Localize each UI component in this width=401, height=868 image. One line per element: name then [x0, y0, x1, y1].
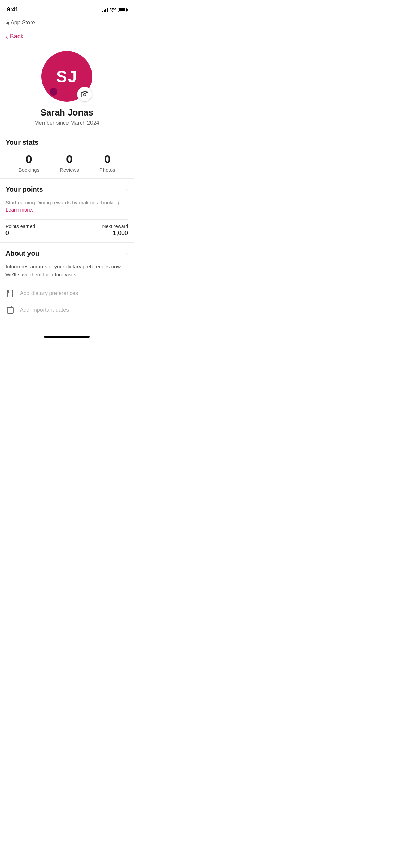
dietary-preferences-item[interactable]: Add dietary preferences: [5, 285, 128, 302]
app-store-nav: ◀ App Store: [0, 16, 134, 29]
points-title: Your points: [5, 185, 43, 193]
status-bar: 9:41: [0, 0, 134, 16]
points-section: Your points › Start earning Dining rewar…: [0, 178, 134, 242]
dietary-preferences-label: Add dietary preferences: [20, 290, 78, 297]
avatar-dot: [50, 88, 57, 96]
points-description: Start earning Dining rewards by making a…: [5, 199, 128, 213]
important-dates-label: Add important dates: [20, 307, 69, 313]
stats-title: Your stats: [5, 138, 128, 146]
back-label: Back: [10, 33, 24, 40]
points-next-reward: Next reward 1,000: [102, 224, 128, 237]
status-time: 9:41: [7, 6, 19, 13]
stat-bookings-label: Bookings: [18, 167, 39, 173]
stat-reviews-value: 0: [66, 153, 73, 165]
stat-photos-label: Photos: [99, 167, 116, 173]
calendar-icon: [5, 305, 15, 315]
avatar-container: SJ: [41, 51, 92, 102]
avatar-initials: SJ: [56, 67, 78, 86]
app-store-arrow-icon: ◀: [5, 20, 9, 25]
home-bar: [44, 336, 90, 338]
app-store-label: App Store: [11, 20, 35, 26]
camera-icon: [81, 91, 88, 98]
points-chevron-icon: ›: [126, 185, 128, 193]
svg-point-0: [83, 93, 86, 96]
utensils-icon: [5, 289, 15, 298]
about-title: About you: [5, 250, 39, 257]
points-row: Points earned 0 Next reward 1,000: [5, 224, 128, 237]
stat-reviews: 0 Reviews: [60, 153, 79, 173]
points-earned-value: 0: [5, 230, 35, 237]
about-section: About you › Inform restaurants of your d…: [0, 242, 134, 324]
profile-section: SJ Sarah Jonas Member since March 2024: [0, 43, 134, 132]
status-icons: [102, 7, 127, 12]
change-photo-button[interactable]: [77, 87, 92, 102]
learn-more-link[interactable]: Learn more.: [5, 207, 33, 213]
important-dates-item[interactable]: Add important dates: [5, 302, 128, 318]
points-header[interactable]: Your points ›: [5, 185, 128, 193]
progress-bar: [5, 219, 128, 220]
wifi-icon: [110, 8, 116, 12]
points-earned: Points earned 0: [5, 224, 35, 237]
svg-rect-7: [7, 307, 13, 313]
next-reward-value: 1,000: [113, 230, 128, 237]
next-reward-label: Next reward: [102, 224, 128, 229]
back-button[interactable]: ‹ Back: [0, 29, 134, 43]
stat-reviews-label: Reviews: [60, 167, 79, 173]
stats-section: Your stats 0 Bookings 0 Reviews 0 Photos: [0, 132, 134, 178]
profile-name: Sarah Jonas: [40, 107, 94, 118]
stat-photos: 0 Photos: [99, 153, 116, 173]
profile-member-since: Member since March 2024: [34, 120, 99, 126]
home-indicator: [0, 332, 134, 340]
back-chevron-icon: ‹: [5, 33, 8, 40]
about-header[interactable]: About you ›: [5, 250, 128, 257]
battery-icon: [118, 8, 127, 12]
points-earned-label: Points earned: [5, 224, 35, 229]
about-description: Inform restaurants of your dietary prefe…: [5, 263, 128, 278]
stat-bookings: 0 Bookings: [18, 153, 39, 173]
stat-bookings-value: 0: [26, 153, 32, 165]
stat-photos-value: 0: [104, 153, 111, 165]
signal-icon: [102, 7, 108, 12]
stats-row: 0 Bookings 0 Reviews 0 Photos: [5, 153, 128, 173]
about-chevron-icon: ›: [126, 250, 128, 257]
